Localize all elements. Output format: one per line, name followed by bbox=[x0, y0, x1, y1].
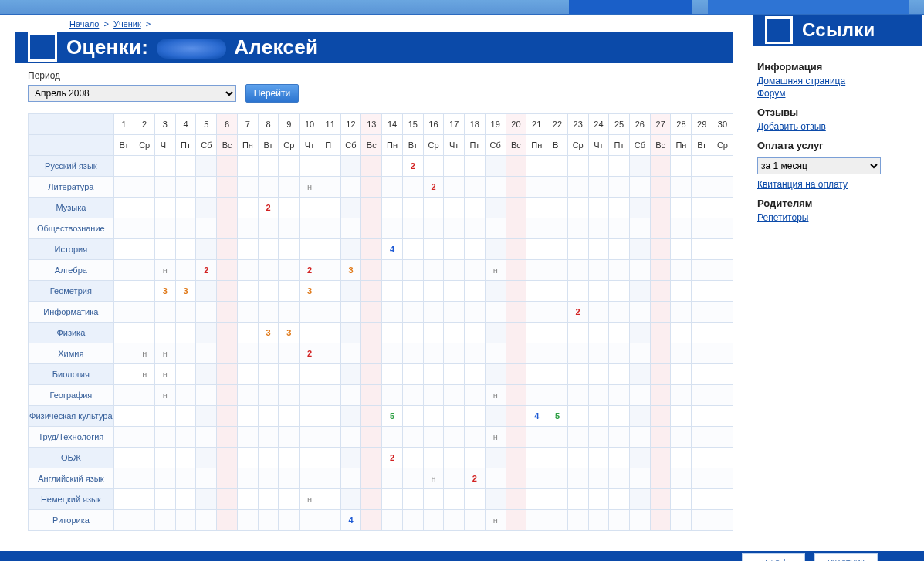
link-receipt[interactable]: Квитанция на оплату bbox=[757, 179, 918, 190]
grade-cell bbox=[506, 343, 526, 364]
grade-cell bbox=[547, 198, 568, 218]
grade-cell bbox=[382, 468, 403, 489]
grade-cell bbox=[692, 323, 712, 343]
grade-cell bbox=[300, 364, 320, 385]
grade-cell: 5 bbox=[382, 406, 403, 427]
grade-cell bbox=[237, 468, 258, 489]
grade-cell bbox=[113, 364, 134, 385]
grade-cell bbox=[402, 489, 423, 510]
link-home-page[interactable]: Домашняя страница bbox=[757, 76, 918, 86]
grade-cell bbox=[650, 343, 671, 364]
grade-cell bbox=[444, 364, 465, 385]
grade-cell bbox=[567, 198, 588, 218]
dow-header: Вс bbox=[506, 135, 526, 156]
grade-cell bbox=[629, 364, 650, 385]
link-add-review[interactable]: Добавить отзыв bbox=[757, 121, 918, 132]
breadcrumb-student[interactable]: Ученик bbox=[113, 19, 141, 29]
day-header: 22 bbox=[547, 114, 568, 135]
grade-cell bbox=[300, 385, 320, 406]
grade-cell bbox=[465, 177, 486, 198]
table-row: Риторика4н bbox=[29, 510, 733, 531]
link-tutors[interactable]: Репетиторы bbox=[757, 212, 918, 223]
grade-cell bbox=[506, 156, 526, 177]
grade-cell bbox=[113, 218, 134, 239]
grade-cell bbox=[588, 489, 609, 510]
grade-cell bbox=[567, 323, 588, 343]
grade-cell bbox=[196, 177, 217, 198]
grade-cell bbox=[547, 302, 568, 323]
grade-cell bbox=[609, 385, 630, 406]
grade-cell bbox=[444, 343, 465, 364]
grade-cell bbox=[588, 364, 609, 385]
grade-cell bbox=[237, 302, 258, 323]
grade-cell bbox=[506, 385, 526, 406]
grade-cell bbox=[196, 343, 217, 364]
title-square-icon bbox=[28, 32, 57, 62]
dow-header: Вт bbox=[692, 135, 712, 156]
grade-cell bbox=[237, 364, 258, 385]
grade-cell bbox=[588, 406, 609, 427]
grade-cell bbox=[258, 489, 279, 510]
grade-cell bbox=[423, 198, 444, 218]
grade-cell bbox=[258, 468, 279, 489]
grade-cell bbox=[134, 468, 155, 489]
grade-cell bbox=[712, 489, 733, 510]
grade-cell bbox=[258, 156, 279, 177]
grade-cell: н bbox=[300, 489, 320, 510]
sidebar-title-bar: Ссылки bbox=[753, 15, 922, 46]
grade-cell bbox=[485, 323, 506, 343]
dow-header: Вс bbox=[361, 135, 382, 156]
grade-cell bbox=[588, 468, 609, 489]
go-button[interactable]: Перейти bbox=[245, 84, 300, 103]
grade-cell bbox=[134, 177, 155, 198]
day-header: 11 bbox=[320, 114, 340, 135]
day-header: 13 bbox=[361, 114, 382, 135]
table-row: ОБЖ2 bbox=[29, 448, 733, 468]
grade-cell bbox=[320, 364, 340, 385]
grade-cell bbox=[671, 302, 692, 323]
grade-cell bbox=[506, 510, 526, 531]
grade-cell bbox=[444, 218, 465, 239]
grade-cell bbox=[712, 406, 733, 427]
day-header: 30 bbox=[712, 114, 733, 135]
grade-cell bbox=[465, 239, 486, 260]
breadcrumb-home[interactable]: Начало bbox=[69, 19, 99, 29]
grade-cell bbox=[629, 468, 650, 489]
grade-cell bbox=[506, 198, 526, 218]
grade-cell bbox=[444, 323, 465, 343]
grade-cell bbox=[671, 343, 692, 364]
grade-cell bbox=[258, 260, 279, 281]
grade-cell bbox=[196, 156, 217, 177]
grade-cell bbox=[361, 468, 382, 489]
grade-cell bbox=[692, 510, 712, 531]
grade-cell bbox=[382, 343, 403, 364]
period-select[interactable]: Апрель 2008 bbox=[28, 85, 236, 102]
grade-cell bbox=[175, 323, 196, 343]
grade-cell bbox=[650, 364, 671, 385]
grade-cell bbox=[258, 427, 279, 448]
dow-header: Ср bbox=[423, 135, 444, 156]
table-row: Физическая культура545 bbox=[29, 406, 733, 427]
grade-cell bbox=[609, 468, 630, 489]
grade-cell bbox=[340, 302, 361, 323]
grade-cell bbox=[588, 281, 609, 302]
grade-cell bbox=[382, 323, 403, 343]
grade-cell bbox=[237, 406, 258, 427]
side-reviews-head: Отзывы bbox=[757, 106, 918, 118]
link-forum[interactable]: Форум bbox=[757, 88, 918, 99]
grade-cell: 4 bbox=[340, 510, 361, 531]
grade-cell bbox=[671, 510, 692, 531]
grade-cell: н bbox=[485, 510, 506, 531]
grade-cell bbox=[629, 281, 650, 302]
grade-cell bbox=[340, 343, 361, 364]
grade-cell bbox=[279, 489, 300, 510]
grade-cell bbox=[279, 406, 300, 427]
grade-cell bbox=[258, 510, 279, 531]
grade-cell bbox=[258, 343, 279, 364]
pay-period-select[interactable]: за 1 месяц bbox=[757, 157, 881, 174]
grade-cell bbox=[402, 302, 423, 323]
grade-cell bbox=[671, 239, 692, 260]
grade-cell bbox=[671, 468, 692, 489]
grade-cell bbox=[361, 323, 382, 343]
header-accent-1 bbox=[569, 0, 692, 14]
